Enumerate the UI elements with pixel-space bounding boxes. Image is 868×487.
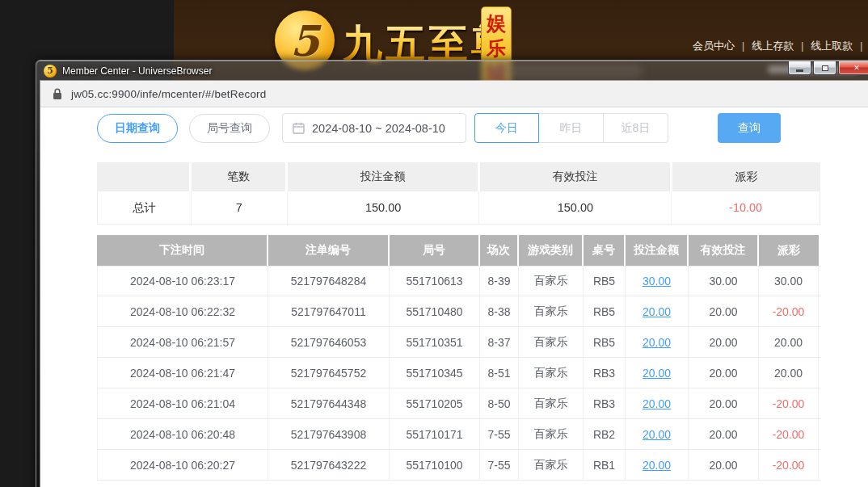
cell-valid-bet: 20.00 (689, 327, 759, 357)
cell-bet-id: 521797648284 (268, 267, 390, 296)
cell-valid-bet: 20.00 (689, 419, 759, 449)
summary-table: 笔数 投注金额 有效投注 派彩 总计 7 150.00 150.00 -10.0… (97, 162, 820, 225)
cell-payout: 30.00 (759, 267, 819, 296)
bet-record-page: 日期查询 局号查询 2024-08-10 ~ 2024-08-10 今日 (40, 107, 868, 481)
cell-valid-bet: 20.00 (689, 296, 759, 326)
cell-bet-amount: 20.00 (626, 419, 689, 449)
table-row: 2024-08-10 06:20:48521797643908551710171… (97, 419, 820, 450)
cell-bet-id: 521797646053 (268, 327, 390, 357)
summary-header-bet-amount: 投注金额 (288, 162, 480, 191)
cell-bet-time: 2024-08-10 06:21:47 (97, 358, 268, 388)
glass-reflection (489, 64, 643, 78)
maximize-icon (822, 65, 828, 71)
table-row: 2024-08-10 06:21:57521797646053551710351… (97, 327, 820, 358)
cell-session: 8-50 (480, 388, 519, 418)
cell-valid-bet: 20.00 (689, 358, 759, 388)
header-round-id: 局号 (390, 235, 480, 266)
cell-round-id: 551710613 (390, 267, 480, 296)
cell-bet-time: 2024-08-10 06:22:32 (97, 296, 268, 326)
cell-bet-amount: 20.00 (626, 358, 689, 388)
bet-amount-link[interactable]: 30.00 (643, 275, 671, 288)
browser-window: 5 Member Center - UniverseBrowser ✕ jw05… (36, 60, 868, 487)
cell-payout: 20.00 (759, 327, 819, 357)
cell-payout: -20.00 (759, 388, 819, 418)
url-text: jw05.cc:9900/infe/mcenter/#/betRecord (71, 88, 267, 100)
cell-valid-bet: 20.00 (689, 388, 759, 418)
summary-header-count: 笔数 (192, 162, 288, 191)
lock-icon (53, 88, 62, 99)
minimize-icon (796, 69, 803, 72)
summary-valid-bet-value: 150.00 (479, 191, 672, 224)
round-query-tab[interactable]: 局号查询 (189, 114, 270, 143)
cell-bet-amount: 20.00 (626, 296, 689, 326)
cell-round-id: 551710100 (390, 450, 480, 480)
search-button[interactable]: 查询 (718, 113, 781, 143)
filter-bar: 日期查询 局号查询 2024-08-10 ~ 2024-08-10 今日 (97, 113, 868, 143)
cell-game-type: 百家乐 (519, 327, 584, 357)
cell-round-id: 551710345 (390, 358, 480, 388)
header-bet-id: 注单编号 (268, 235, 390, 266)
bet-amount-link[interactable]: 20.00 (643, 428, 671, 441)
table-row: 2024-08-10 06:23:17521797648284551710613… (97, 266, 820, 296)
quick-date-group: 今日 昨日 近8日 (474, 113, 668, 143)
cell-session: 8-39 (480, 267, 519, 296)
cell-session: 8-38 (480, 296, 519, 326)
bet-amount-link[interactable]: 20.00 (643, 336, 671, 349)
cell-game-type: 百家乐 (519, 450, 584, 480)
date-range-value: 2024-08-10 ~ 2024-08-10 (312, 122, 445, 135)
cell-payout: -20.00 (759, 296, 819, 326)
window-controls: ✕ (788, 61, 868, 81)
window-app-icon: 5 (44, 65, 57, 78)
cell-bet-amount: 30.00 (626, 267, 689, 296)
bet-amount-link[interactable]: 20.00 (643, 305, 671, 318)
cell-table-no: RB5 (584, 327, 626, 357)
badge-char: 娱 (487, 11, 506, 35)
close-button[interactable]: ✕ (838, 61, 868, 75)
cell-game-type: 百家乐 (519, 296, 584, 326)
cell-table-no: RB3 (584, 388, 626, 418)
summary-total-row: 总计 7 150.00 150.00 -10.00 (97, 191, 820, 225)
table-row: 2024-08-10 06:22:32521797647011551710480… (97, 296, 820, 327)
maximize-button[interactable] (813, 61, 836, 75)
summary-payout-value: -10.00 (672, 191, 820, 224)
minimize-button[interactable] (788, 61, 811, 75)
logo-number: 5 (290, 16, 319, 65)
cell-round-id: 551710171 (390, 419, 480, 449)
today-button[interactable]: 今日 (474, 113, 539, 143)
cell-bet-time: 2024-08-10 06:21:04 (97, 388, 268, 418)
nav-separator: | (801, 40, 803, 52)
window-title: Member Center - UniverseBrowser (62, 65, 212, 77)
nav-member-center[interactable]: 会员中心 (693, 39, 735, 53)
nav-online-deposit[interactable]: 线上存款 (752, 39, 794, 53)
browser-viewport: jw05.cc:9900/infe/mcenter/#/betRecord 日期… (40, 81, 868, 487)
bet-amount-link[interactable]: 20.00 (643, 367, 671, 380)
date-range-input[interactable]: 2024-08-10 ~ 2024-08-10 (282, 113, 466, 143)
summary-count-value: 7 (192, 191, 288, 224)
calendar-icon (293, 122, 305, 134)
screen: 5 九五至尊 娱 乐 城 会员中心 | 线上存款 | 线上取款 | 一 5 Me… (0, 0, 868, 487)
cell-bet-id: 521797645752 (268, 358, 390, 388)
bet-amount-link[interactable]: 20.00 (643, 397, 671, 410)
bet-amount-link[interactable]: 20.00 (643, 459, 671, 472)
cell-bet-amount: 20.00 (626, 388, 689, 418)
nav-online-withdraw[interactable]: 线上取款 (811, 39, 853, 53)
date-query-tab[interactable]: 日期查询 (97, 114, 178, 143)
cell-table-no: RB3 (584, 358, 626, 388)
yesterday-button[interactable]: 昨日 (539, 113, 604, 143)
cell-payout: 20.00 (759, 358, 819, 388)
table-header-row: 下注时间 注单编号 局号 场次 游戏类别 桌号 投注金额 有效投注 派彩 (97, 235, 820, 266)
last-8-days-button[interactable]: 近8日 (604, 113, 668, 143)
header-table-no: 桌号 (584, 235, 626, 266)
summary-total-label: 总计 (98, 191, 192, 224)
cell-bet-id: 521797644348 (268, 388, 390, 418)
cell-session: 7-55 (480, 419, 519, 449)
cell-session: 7-55 (480, 450, 519, 480)
cell-round-id: 551710351 (390, 327, 480, 357)
header-valid-bet: 有效投注 (689, 235, 759, 266)
window-titlebar[interactable]: 5 Member Center - UniverseBrowser ✕ (36, 61, 868, 81)
cell-bet-amount: 20.00 (626, 450, 689, 480)
header-bet-amount: 投注金额 (626, 235, 689, 266)
cell-bet-id: 521797643908 (268, 419, 390, 449)
cell-bet-id: 521797643222 (268, 450, 390, 480)
url-bar[interactable]: jw05.cc:9900/infe/mcenter/#/betRecord (40, 81, 868, 107)
